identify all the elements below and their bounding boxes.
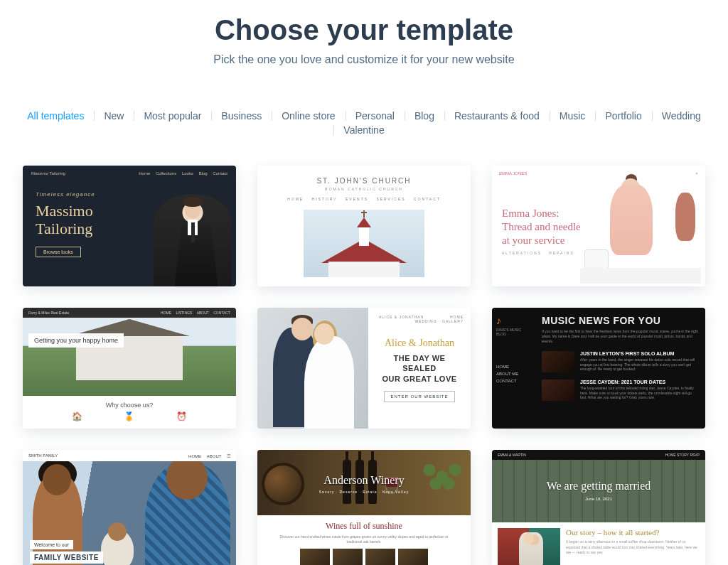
preview-nav: HOME LISTINGS ABOUT CONTACT [157,311,230,315]
filter-wedding[interactable]: Wedding [652,109,711,123]
preview-welcome: Welcome to our [30,540,73,549]
preview-label: FAMILY WEBSITE [30,551,103,564]
preview-title: ST. JOHN'S CHURCH [257,166,471,185]
preview-heading: Why choose us? [23,396,236,411]
filter-business[interactable]: Business [211,109,272,123]
filter-new[interactable]: New [94,109,134,123]
template-card-getting-married[interactable]: EMMA & MARTIN HOME STORY RSVP We are get… [492,450,705,565]
preview-thumb-row [257,549,471,565]
preview-subtitle: Savory · Reserve · Estate · Napa Valley [319,490,409,494]
preview-brand: DAVE'S MUSIC BLOG [496,328,530,336]
house-photo-icon: Getting you your happy home [23,318,236,396]
filter-valentine[interactable]: Valentine [333,123,394,137]
preview-nav: Home Collections Looks Blog Contact [134,171,228,176]
article-desc: The long-awaited tour of this beloved ri… [580,386,698,400]
template-card-music-news[interactable]: ♪ DAVE'S MUSIC BLOG HOME ABOUT ME CONTAC… [492,308,705,429]
article-title: JESSE CAYDEN: 2021 TOUR DATES [580,380,698,384]
filter-all-templates[interactable]: All templates [17,109,94,123]
badge-icon: 🏅 [124,411,134,421]
home-icon: 🏠 [72,411,82,421]
preview-title: Anderson Winery [323,474,404,487]
preview-brand: Durry & Miles Real Estate [28,311,69,315]
filter-restaurants-food[interactable]: Restaurants & food [444,109,550,123]
template-card-emma-jones-sewing[interactable]: EMMA JONES × Emma Jones: Thread and need… [492,166,705,286]
template-card-real-estate[interactable]: Durry & Miles Real Estate HOME LISTINGS … [23,308,236,429]
template-card-anderson-winery[interactable]: Anderson Winery Savory · Reserve · Estat… [257,450,471,565]
preview-story-text: It began on a rainy afternoon in a small… [566,539,700,556]
preview-nav: HOME HISTORY EVENTS SERVICES CONTACT [257,197,471,201]
page-subtitle: Pick the one you love and customize it f… [0,53,728,66]
preview-nav: ALICE & JONATHAN HOME WEDDING GALLERY [375,315,464,323]
clock-icon: ⏰ [176,411,187,421]
template-card-family-website[interactable]: SMITH FAMILY HOME ABOUT ☰ Welcome to our… [23,450,236,565]
preview-button: Browse looks [36,247,81,257]
preview-story-title: Our story – how it all started? [566,528,700,537]
filter-music[interactable]: Music [550,109,596,123]
preview-subtitle: ROMAN CATHOLIC CHURCH [257,187,471,191]
article-title: JUSTIN LEYTON'S FIRST SOLO ALBUM [580,351,698,356]
article-thumb-icon [542,351,574,372]
filter-blog[interactable]: Blog [405,109,444,123]
preview-brand: SMITH FAMILY [28,453,58,458]
preview-title: Emma Jones: Thread and needle at your se… [502,207,581,247]
preview-button: ENTER OUR WEBSITE [384,391,454,402]
preview-tagline: Wines full of sunshine [257,521,471,532]
filter-most-popular[interactable]: Most popular [134,109,211,123]
preview-icon-row: 🏠 🏅 ⏰ [23,411,236,426]
couple-door-icon [498,528,560,565]
page-title: Choose your template [0,14,728,46]
preview-headline: MUSIC NEWS FOR YOU [542,315,698,326]
preview-side-nav: HOME ABOUT ME CONTACT [496,365,530,383]
category-filter-bar: All templatesNewMost popularBusinessOnli… [0,109,728,137]
preview-names: Alice & Jonathan [375,338,464,349]
preview-nav: HOME ABOUT ☰ [184,453,230,458]
filter-personal[interactable]: Personal [346,109,405,123]
preview-brand: EMMA JONES [499,171,527,176]
article-thumb-icon [542,380,574,401]
preview-brand: Massimo Tailoring [31,171,65,176]
preview-brand: EMMA & MARTIN [498,453,526,457]
preview-nav: HOME STORY RSVP [665,453,700,457]
wedding-hero-icon: We are getting married June 19, 2021 [492,460,705,522]
preview-date: June 19, 2021 [585,497,612,501]
filter-online-store[interactable]: Online store [272,109,345,123]
preview-headline: We are getting married [547,480,651,493]
man-in-suit-icon [154,194,232,286]
preview-subtext: If you want to be the first to hear the … [542,329,698,344]
filter-portfolio[interactable]: Portfolio [595,109,651,123]
family-photo-icon: Welcome to our FAMILY WEBSITE [23,461,236,565]
template-grid: Massimo Tailoring Home Collections Looks… [0,166,728,565]
preview-paragraph: Discover our hand-crafted wines made fro… [257,534,471,544]
seamstress-icon [580,178,701,284]
music-note-icon: ♪ [496,315,530,326]
church-icon [304,210,424,277]
couple-kiss-icon [257,308,368,429]
close-icon: × [695,171,698,176]
article-desc: After years in the band, the singer rele… [580,357,698,372]
preview-banner: Getting you your happy home [28,333,124,348]
preview-headline: THE DAY WE SEALED OUR GREAT LOVE [375,353,464,384]
template-card-wedding-alice-jonathan[interactable]: ALICE & JONATHAN HOME WEDDING GALLERY Al… [257,308,471,429]
winery-hero-icon: Anderson Winery Savory · Reserve · Estat… [257,450,471,515]
template-card-massimo-tailoring[interactable]: Massimo Tailoring Home Collections Looks… [23,166,236,286]
preview-subtitle: ALTERATIONS · REPAIRS [502,251,581,255]
template-card-st-johns-church[interactable]: ST. JOHN'S CHURCH ROMAN CATHOLIC CHURCH … [257,166,471,286]
